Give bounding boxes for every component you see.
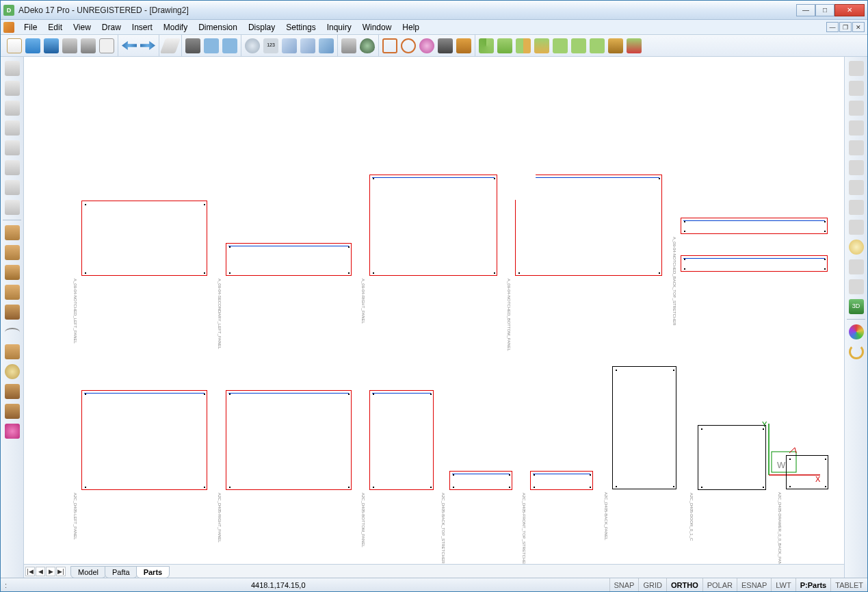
tool-r3-icon[interactable]: [847, 99, 865, 117]
wood-cabinet5-icon[interactable]: [3, 303, 21, 321]
tab-pafta[interactable]: Pafta: [105, 566, 137, 578]
status-toggle-grid[interactable]: GRID: [638, 578, 666, 591]
menu-edit[interactable]: Edit: [42, 21, 68, 34]
door-icon[interactable]: [3, 119, 21, 137]
palette-icon[interactable]: [847, 323, 865, 341]
grid-delete-icon[interactable]: [626, 38, 642, 54]
menu-file[interactable]: File: [18, 21, 42, 34]
menu-settings[interactable]: Settings: [280, 21, 321, 34]
part[interactable]: A_09-04-SECONDARY_LEFT_PANEL: [226, 243, 352, 276]
mdi-restore-button[interactable]: ❐: [839, 22, 852, 32]
light-icon[interactable]: [3, 363, 21, 381]
grid4-icon[interactable]: [534, 38, 550, 54]
print-preview-icon[interactable]: [80, 38, 96, 54]
part[interactable]: A2C_D405-BACK_PANEL: [612, 366, 676, 489]
special-icon[interactable]: [3, 422, 21, 440]
shape-cube-icon[interactable]: [382, 38, 398, 54]
tab-model[interactable]: Model: [70, 566, 106, 578]
status-toggle-tablet[interactable]: TABLET: [830, 578, 867, 591]
tool-r7-icon[interactable]: [847, 179, 865, 196]
part[interactable]: A2C_D405-BACK_TOP_STRETCHER: [449, 471, 512, 490]
erase-icon[interactable]: [162, 38, 179, 54]
wood-cabinet2-icon[interactable]: [3, 244, 21, 261]
visibility-icon[interactable]: [359, 38, 376, 54]
app-menu-icon[interactable]: [3, 22, 14, 33]
close-button[interactable]: ✕: [834, 4, 865, 16]
view3d-1-icon[interactable]: [281, 38, 298, 54]
grid2-icon[interactable]: [497, 38, 513, 54]
grid1-icon[interactable]: [478, 38, 495, 54]
new-icon[interactable]: [6, 38, 23, 54]
part[interactable]: A_09-04-NOTCHED_LEFT_PANEL: [81, 201, 207, 276]
menu-draw[interactable]: Draw: [96, 21, 127, 34]
tool-r8-icon[interactable]: [847, 198, 865, 216]
shape-ball-icon[interactable]: [419, 38, 435, 54]
zoom-scale-icon[interactable]: 123: [263, 38, 279, 54]
status-toggle-ortho[interactable]: ORTHO: [666, 578, 702, 591]
render-icon[interactable]: [456, 38, 472, 54]
mdi-close-button[interactable]: ✕: [852, 22, 865, 32]
grid7-icon[interactable]: [589, 38, 605, 54]
menu-window[interactable]: Window: [357, 21, 397, 34]
shape-sphere-icon[interactable]: [400, 38, 417, 54]
tab-nav-3[interactable]: ▶|: [56, 567, 66, 576]
refresh-icon[interactable]: [847, 343, 865, 361]
layers-icon[interactable]: [341, 38, 357, 54]
hanger-icon[interactable]: [3, 323, 21, 341]
menu-dimension[interactable]: Dimension: [193, 21, 243, 34]
part[interactable]: A_09-04-NOTCHED_BOTTOM_PANEL: [515, 175, 662, 276]
panel-icon[interactable]: [3, 99, 21, 117]
part[interactable]: A2C_D405-BOTTOM_PANEL: [369, 390, 434, 490]
status-toggle-esnap[interactable]: ESNAP: [737, 578, 771, 591]
wood-cabinet7-icon[interactable]: [3, 383, 21, 400]
tab-nav-2[interactable]: ▶: [46, 567, 55, 576]
part[interactable]: A_09-04-NOTCHED_BACK_TOP_STRETCHER: [681, 218, 828, 234]
view3d-3-icon[interactable]: [318, 38, 334, 54]
status-toggle-p-parts[interactable]: P:Parts: [795, 578, 831, 591]
camera-icon[interactable]: [437, 38, 453, 54]
part[interactable]: A2C_D405-DRAWER_0_0_BACK_PANEL: [786, 455, 828, 489]
window-icon[interactable]: [3, 139, 21, 157]
part[interactable]: A2C_D405-FRONT_TOP_STRETCHER: [530, 471, 593, 490]
maximize-button[interactable]: □: [815, 4, 834, 16]
tool-r1-icon[interactable]: [847, 60, 865, 77]
tool-r6-icon[interactable]: [847, 159, 865, 177]
menu-insert[interactable]: Insert: [127, 21, 158, 34]
grid6-icon[interactable]: [570, 38, 587, 54]
grid-tools-icon[interactable]: [607, 38, 624, 54]
shelf-icon[interactable]: [3, 179, 21, 196]
bulb-icon[interactable]: [847, 238, 865, 256]
menu-inquiry[interactable]: Inquiry: [321, 21, 357, 34]
mdi-minimize-button[interactable]: —: [826, 22, 839, 32]
dimension-icon[interactable]: [203, 38, 220, 54]
tab-parts[interactable]: Parts: [136, 566, 170, 578]
tool-r9-icon[interactable]: [847, 218, 865, 236]
tool-r4-icon[interactable]: [847, 119, 865, 137]
align-icon[interactable]: [222, 38, 238, 54]
tool-r5-icon[interactable]: [847, 139, 865, 157]
3d-badge-icon[interactable]: 3D: [847, 298, 865, 316]
tool-r2-icon[interactable]: [847, 79, 865, 97]
zoom-icon[interactable]: [244, 38, 261, 54]
tool-r11-icon[interactable]: [847, 278, 865, 296]
wood-cabinet6-icon[interactable]: [3, 343, 21, 361]
save-icon[interactable]: [43, 38, 60, 54]
drawing-canvas[interactable]: X Y W A_09-04-NOTCHED_LEFT_PANELA_09-04-…: [24, 57, 844, 564]
menu-view[interactable]: View: [68, 21, 96, 34]
cabinet-icon[interactable]: [3, 159, 21, 177]
minimize-button[interactable]: —: [796, 4, 815, 16]
grid3-icon[interactable]: [515, 38, 531, 54]
grid5-icon[interactable]: [552, 38, 568, 54]
tab-nav-1[interactable]: ◀: [36, 567, 45, 576]
status-toggle-polar[interactable]: POLAR: [702, 578, 737, 591]
wood-cabinet3-icon[interactable]: [3, 263, 21, 281]
part[interactable]: [681, 255, 828, 272]
tab-nav-0[interactable]: |◀: [25, 567, 35, 576]
undo-icon[interactable]: [121, 38, 137, 54]
part[interactable]: A2C_D405-DOOR_0_1_C: [698, 425, 766, 490]
print-icon[interactable]: [62, 38, 78, 54]
wood-cabinet8-icon[interactable]: [3, 402, 21, 420]
part[interactable]: A2C_D405-RIGHT_PANEL: [226, 390, 352, 490]
status-toggle-snap[interactable]: SNAP: [609, 578, 639, 591]
drawer-icon[interactable]: [3, 198, 21, 216]
